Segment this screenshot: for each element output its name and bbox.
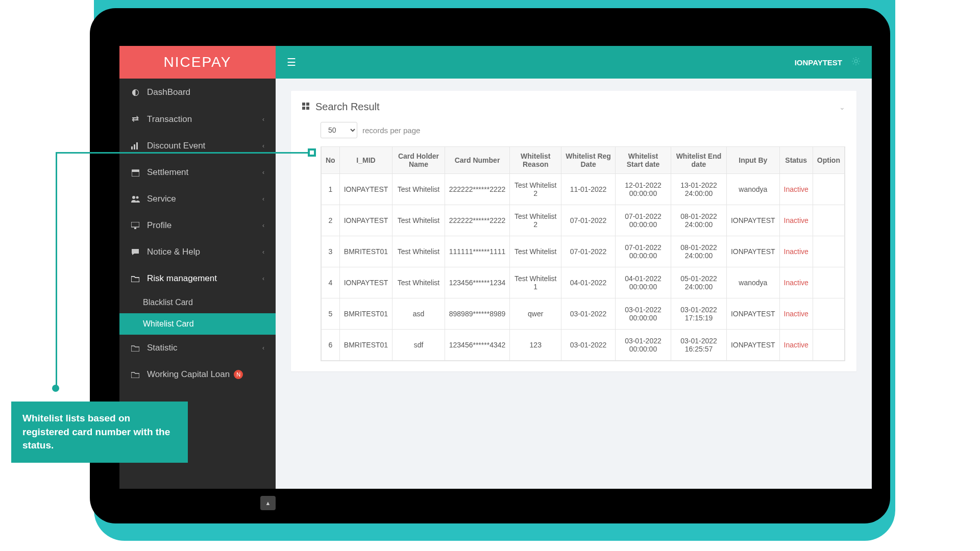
- gear-icon[interactable]: [851, 57, 861, 68]
- table-cell: Test Whitelist: [510, 236, 561, 267]
- table-row: 3BMRITEST01Test Whitelist111111******111…: [322, 236, 845, 267]
- table-cell: 6: [322, 330, 340, 361]
- table-cell: Test Whitelist: [393, 267, 445, 298]
- results-table-wrap: No I_MID Card Holder Name Card Number Wh…: [321, 146, 845, 361]
- table-cell: wanodya: [726, 174, 779, 205]
- panel-title: Search Result: [315, 101, 380, 113]
- sidebar-item-label: Risk management: [147, 273, 217, 284]
- sidebar-item-notice[interactable]: Notice & Help ‹: [119, 239, 276, 265]
- records-label: records per page: [362, 126, 420, 135]
- user-label[interactable]: IONPAYTEST: [795, 58, 842, 67]
- calendar-icon: [130, 169, 141, 177]
- sidebar-item-statistic[interactable]: Statistic ‹: [119, 335, 276, 361]
- table-cell: [813, 236, 844, 267]
- sidebar-subitem-blacklist[interactable]: Blacklist Card: [119, 292, 276, 313]
- sidebar-item-loan[interactable]: Working Capital Loan N: [119, 361, 276, 388]
- table-cell: Inactive: [779, 174, 813, 205]
- col-card[interactable]: Card Number: [445, 147, 510, 174]
- table-cell: IONPAYTEST: [726, 330, 779, 361]
- svg-rect-11: [306, 103, 309, 106]
- table-cell: 03-01-2022 17:15:19: [671, 298, 726, 330]
- chevron-down-icon[interactable]: ⌄: [839, 103, 845, 111]
- col-imid[interactable]: I_MID: [339, 147, 393, 174]
- table-cell: Test Whitelist: [393, 236, 445, 267]
- table-row: 5BMRITEST01asd898989******8989qwer03-01-…: [322, 298, 845, 330]
- svg-rect-8: [134, 228, 136, 229]
- table-cell: Inactive: [779, 330, 813, 361]
- table-cell: 13-01-2022 24:00:00: [671, 174, 726, 205]
- col-end[interactable]: Whitelist End date: [671, 147, 726, 174]
- col-input[interactable]: Input By: [726, 147, 779, 174]
- table-cell: [813, 205, 844, 236]
- table-cell: 12-01-2022 00:00:00: [615, 174, 671, 205]
- col-start[interactable]: Whitelist Start date: [615, 147, 671, 174]
- annotation-connector: [56, 153, 57, 388]
- col-reg[interactable]: Whitelist Reg Date: [561, 147, 616, 174]
- table-cell: [813, 298, 844, 330]
- col-no[interactable]: No: [322, 147, 340, 174]
- col-reason[interactable]: Whitelist Reason: [510, 147, 561, 174]
- table-cell: 222222******2222: [445, 174, 510, 205]
- transaction-icon: ⇄: [130, 114, 141, 124]
- table-cell: 08-01-2022 24:00:00: [671, 205, 726, 236]
- table-cell: Inactive: [779, 236, 813, 267]
- dashboard-icon: ◐: [130, 87, 141, 97]
- table-cell: Inactive: [779, 205, 813, 236]
- svg-rect-12: [302, 107, 305, 110]
- sidebar-item-transaction[interactable]: ⇄ Transaction ‹: [119, 106, 276, 133]
- table-cell: Inactive: [779, 298, 813, 330]
- svg-rect-10: [302, 103, 305, 106]
- records-select[interactable]: 50: [321, 122, 357, 138]
- table-cell: Test Whitelist: [393, 174, 445, 205]
- table-cell: 07-01-2022 00:00:00: [615, 205, 671, 236]
- svg-rect-7: [131, 222, 139, 227]
- table-cell: 123456******1234: [445, 267, 510, 298]
- chevron-left-icon: ‹: [262, 116, 264, 123]
- table-cell: 08-01-2022 24:00:00: [671, 236, 726, 267]
- sidebar-item-label: Transaction: [147, 114, 192, 124]
- table-cell: BMRITEST01: [339, 236, 393, 267]
- table-cell: Test Whitelist: [393, 205, 445, 236]
- sidebar-subitem-whitelist[interactable]: Whitelist Card: [119, 313, 276, 335]
- table-cell: 03-01-2022 16:25:57: [671, 330, 726, 361]
- table-cell: BMRITEST01: [339, 330, 393, 361]
- sidebar-item-service[interactable]: Service ‹: [119, 186, 276, 212]
- annotation-connector: [56, 152, 312, 154]
- col-holder[interactable]: Card Holder Name: [393, 147, 445, 174]
- svg-rect-0: [131, 146, 133, 149]
- table-cell: 3: [322, 236, 340, 267]
- col-option[interactable]: Option: [813, 147, 844, 174]
- table-cell: 07-01-2022 00:00:00: [615, 236, 671, 267]
- table-cell: IONPAYTEST: [339, 205, 393, 236]
- table-cell: 07-01-2022: [561, 236, 616, 267]
- sidebar-item-discount[interactable]: Discount Event ‹: [119, 133, 276, 159]
- sidebar-item-label: DashBoard: [147, 87, 190, 97]
- table-cell: 04-01-2022 00:00:00: [615, 267, 671, 298]
- search-result-panel: Search Result ⌄ 50 records per page No: [291, 91, 856, 371]
- monitor-icon: [130, 222, 141, 229]
- table-cell: IONPAYTEST: [726, 205, 779, 236]
- brand-logo: NICEPAY: [119, 46, 276, 79]
- chevron-left-icon: ‹: [262, 195, 264, 203]
- table-cell: 03-01-2022 00:00:00: [615, 298, 671, 330]
- content-area: Search Result ⌄ 50 records per page No: [276, 79, 872, 384]
- sidebar-item-label: Service: [147, 194, 176, 204]
- sidebar-item-risk[interactable]: Risk management ‹: [119, 265, 276, 292]
- folder-icon: [130, 371, 141, 378]
- table-cell: 222222******2222: [445, 205, 510, 236]
- table-cell: 07-01-2022: [561, 205, 616, 236]
- grid-icon: [302, 103, 309, 111]
- table-cell: [813, 267, 844, 298]
- sidebar-item-profile[interactable]: Profile ‹: [119, 212, 276, 239]
- col-status[interactable]: Status: [779, 147, 813, 174]
- folder-icon: [130, 276, 141, 282]
- table-row: 4IONPAYTESTTest Whitelist123456******123…: [322, 267, 845, 298]
- scroll-top-button[interactable]: ▲: [260, 496, 276, 510]
- hamburger-icon[interactable]: ☰: [287, 56, 296, 68]
- table-row: 1IONPAYTESTTest Whitelist222222******222…: [322, 174, 845, 205]
- users-icon: [130, 195, 141, 203]
- sidebar-item-settlement[interactable]: Settlement ‹: [119, 159, 276, 186]
- sidebar-item-dashboard[interactable]: ◐ DashBoard: [119, 79, 276, 106]
- table-cell: 111111******1111: [445, 236, 510, 267]
- table-row: 2IONPAYTESTTest Whitelist222222******222…: [322, 205, 845, 236]
